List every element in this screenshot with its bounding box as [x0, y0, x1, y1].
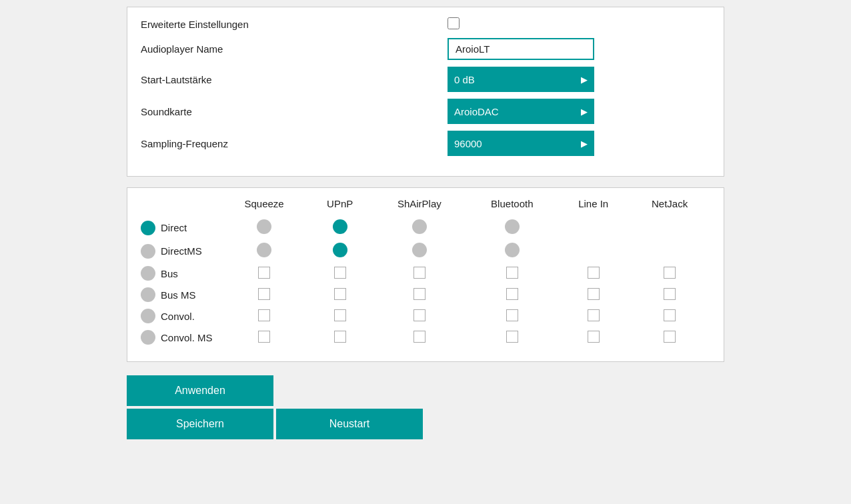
- checkbox-convol-shairplay[interactable]: [413, 309, 425, 321]
- checkbox-convolms-linein[interactable]: [588, 331, 600, 343]
- row-label-busms: Bus MS: [141, 284, 221, 305]
- busms-bluetooth: [466, 284, 558, 305]
- table-row: Direct: [141, 216, 710, 239]
- soundkarte-select[interactable]: AroioDAC ▶: [448, 99, 594, 124]
- audioplayer-value: [448, 38, 710, 60]
- matrix-header-row: Squeeze UPnP ShAirPlay Bluetooth Line In…: [141, 198, 710, 216]
- checkbox-bus-netjack[interactable]: [664, 267, 676, 279]
- checkbox-busms-squeeze[interactable]: [258, 288, 270, 300]
- convol-squeeze: [221, 305, 307, 327]
- checkbox-bus-upnp[interactable]: [334, 267, 346, 279]
- checkbox-busms-upnp[interactable]: [334, 288, 346, 300]
- radio-direct-bluetooth[interactable]: [505, 219, 520, 234]
- checkbox-convol-bluetooth[interactable]: [506, 309, 518, 321]
- neustart-button[interactable]: Neustart: [276, 409, 423, 439]
- checkbox-busms-netjack[interactable]: [664, 288, 676, 300]
- buttons-area: Anwenden Speichern Neustart: [127, 375, 724, 439]
- lautstaerke-label: Start-Lautstärke: [141, 74, 448, 85]
- direct-netjack: [629, 216, 710, 239]
- frequenz-label: Sampling-Frequenz: [141, 138, 448, 149]
- frequenz-select[interactable]: 96000 ▶: [448, 131, 594, 156]
- directms-squeeze: [221, 239, 307, 263]
- matrix-panel: Squeeze UPnP ShAirPlay Bluetooth Line In…: [127, 187, 724, 362]
- chevron-right-icon: ▶: [581, 139, 588, 149]
- convol-bluetooth: [466, 305, 558, 327]
- checkbox-bus-shairplay[interactable]: [413, 267, 425, 279]
- radio-busms[interactable]: [141, 287, 155, 302]
- speichern-button[interactable]: Speichern: [127, 409, 273, 439]
- checkbox-busms-shairplay[interactable]: [413, 288, 425, 300]
- lautstaerke-value: 0 dB ▶: [448, 67, 710, 92]
- checkbox-convolms-upnp[interactable]: [334, 331, 346, 343]
- directms-bluetooth: [466, 239, 558, 263]
- bottom-buttons-row: Speichern Neustart: [127, 409, 724, 439]
- audioplayer-label: Audioplayer Name: [141, 43, 448, 55]
- erweiterte-row: Erweiterte Einstellungen: [141, 17, 710, 31]
- erweiterte-label: Erweiterte Einstellungen: [141, 19, 448, 30]
- chevron-right-icon: ▶: [581, 107, 588, 117]
- table-row: Convol.: [141, 305, 710, 327]
- col-header-bluetooth: Bluetooth: [466, 198, 558, 216]
- lautstaerke-row: Start-Lautstärke 0 dB ▶: [141, 67, 710, 92]
- radio-directms-squeeze[interactable]: [257, 243, 271, 257]
- direct-bluetooth: [466, 216, 558, 239]
- soundkarte-value: AroioDAC ▶: [448, 99, 710, 124]
- busms-upnp: [307, 284, 372, 305]
- col-header-linein: Line In: [558, 198, 629, 216]
- checkbox-bus-squeeze[interactable]: [258, 267, 270, 279]
- radio-bus[interactable]: [141, 266, 155, 281]
- radio-direct-upnp[interactable]: [333, 219, 347, 234]
- frequenz-row: Sampling-Frequenz 96000 ▶: [141, 131, 710, 156]
- anwenden-button[interactable]: Anwenden: [127, 375, 273, 406]
- convolms-upnp: [307, 327, 372, 348]
- checkbox-convolms-bluetooth[interactable]: [506, 331, 518, 343]
- audioplayer-input[interactable]: [448, 38, 594, 60]
- convolms-shairplay: [372, 327, 466, 348]
- radio-convolms[interactable]: [141, 330, 155, 345]
- audioplayer-row: Audioplayer Name: [141, 38, 710, 60]
- direct-squeeze: [221, 216, 307, 239]
- checkbox-convolms-netjack[interactable]: [664, 331, 676, 343]
- erweiterte-checkbox[interactable]: [448, 17, 460, 29]
- col-header-squeeze: Squeeze: [221, 198, 307, 216]
- radio-directms[interactable]: [141, 244, 155, 259]
- bus-upnp: [307, 263, 372, 284]
- radio-directms-shairplay[interactable]: [412, 243, 427, 257]
- radio-direct-shairplay[interactable]: [412, 219, 427, 234]
- chevron-right-icon: ▶: [581, 75, 588, 85]
- checkbox-convol-linein[interactable]: [588, 309, 600, 321]
- checkbox-convol-squeeze[interactable]: [258, 309, 270, 321]
- radio-direct[interactable]: [141, 221, 155, 235]
- directms-linein: [558, 239, 629, 263]
- radio-directms-bluetooth[interactable]: [505, 243, 520, 257]
- radio-directms-upnp[interactable]: [333, 243, 347, 257]
- radio-direct-squeeze[interactable]: [257, 219, 271, 234]
- checkbox-convolms-shairplay[interactable]: [413, 331, 425, 343]
- checkbox-convol-upnp[interactable]: [334, 309, 346, 321]
- row-label-direct: Direct: [141, 216, 221, 239]
- checkbox-bus-linein[interactable]: [588, 267, 600, 279]
- convolms-bluetooth: [466, 327, 558, 348]
- directms-upnp: [307, 239, 372, 263]
- row-label-convolms: Convol. MS: [141, 327, 221, 348]
- table-row: Bus MS: [141, 284, 710, 305]
- convol-upnp: [307, 305, 372, 327]
- checkbox-busms-bluetooth[interactable]: [506, 288, 518, 300]
- checkbox-busms-linein[interactable]: [588, 288, 600, 300]
- convolms-squeeze: [221, 327, 307, 348]
- directms-netjack: [629, 239, 710, 263]
- radio-convol[interactable]: [141, 309, 155, 323]
- lautstaerke-select[interactable]: 0 dB ▶: [448, 67, 594, 92]
- checkbox-bus-bluetooth[interactable]: [506, 267, 518, 279]
- bus-netjack: [629, 263, 710, 284]
- row-label-bus: Bus: [141, 263, 221, 284]
- direct-shairplay: [372, 216, 466, 239]
- convolms-netjack: [629, 327, 710, 348]
- convol-netjack: [629, 305, 710, 327]
- bus-linein: [558, 263, 629, 284]
- table-row: DirectMS: [141, 239, 710, 263]
- checkbox-convolms-squeeze[interactable]: [258, 331, 270, 343]
- col-header-rowlabel: [141, 198, 221, 216]
- convolms-linein: [558, 327, 629, 348]
- checkbox-convol-netjack[interactable]: [664, 309, 676, 321]
